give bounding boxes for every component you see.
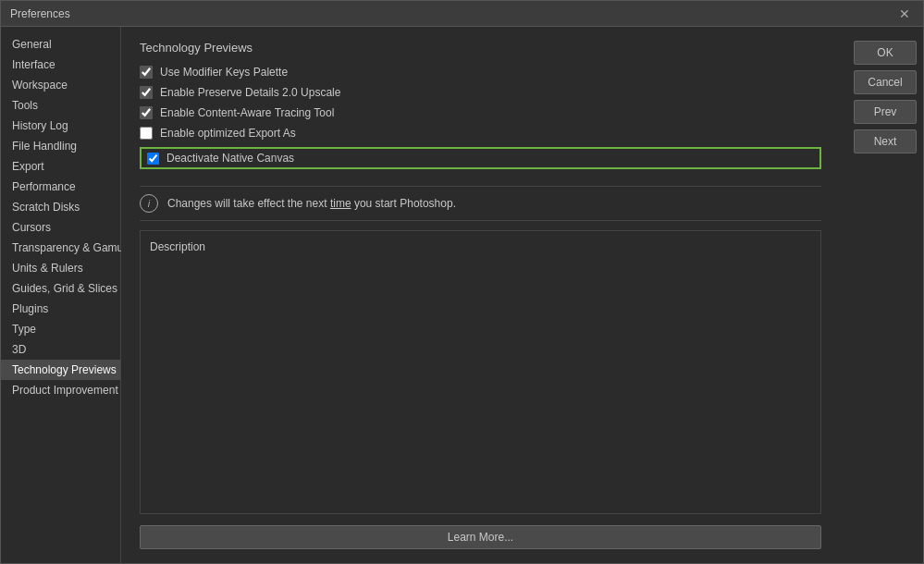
checkbox-content-aware[interactable] [140,106,153,119]
sidebar-item-general[interactable]: General [1,34,120,55]
sidebar-item-scratch-disks[interactable]: Scratch Disks [1,197,120,217]
sidebar-item-interface[interactable]: Interface [1,55,120,75]
next-button[interactable]: Next [854,129,917,153]
sidebar-item-product-improvement[interactable]: Product Improvement [1,380,120,400]
sidebar-item-performance[interactable]: Performance [1,177,120,197]
info-bar: i Changes will take effect the next time… [140,186,821,221]
sidebar-item-guides-grid-slices[interactable]: Guides, Grid & Slices [1,278,120,299]
info-icon: i [140,194,158,213]
checkbox-row-3: Enable Content-Aware Tracing Tool [140,106,821,119]
sidebar-item-type[interactable]: Type [1,319,120,339]
sidebar-item-units-rulers[interactable]: Units & Rulers [1,258,120,278]
sidebar-item-history-log[interactable]: History Log [1,116,120,136]
sidebar-item-cursors[interactable]: Cursors [1,217,120,238]
close-button[interactable]: ✕ [895,6,914,21]
sidebar-item-export[interactable]: Export [1,156,120,177]
sidebar-item-tools[interactable]: Tools [1,95,120,116]
sidebar-item-plugins[interactable]: Plugins [1,299,120,319]
sidebar: General Interface Workspace Tools Histor… [1,27,121,563]
checkbox-row-5-highlighted: Deactivate Native Canvas [140,147,821,169]
sidebar-item-3d[interactable]: 3D [1,339,120,360]
content-area: General Interface Workspace Tools Histor… [1,27,923,563]
description-section: Description [140,230,821,514]
title-bar: Preferences ✕ [1,1,923,27]
description-title: Description [150,240,811,253]
checkbox-optimized-export[interactable] [140,127,153,140]
sidebar-item-transparency-gamut[interactable]: Transparency & Gamut [1,238,120,258]
main-content: Technology Previews Use Modifier Keys Pa… [121,27,840,563]
prev-button[interactable]: Prev [854,100,917,124]
sidebar-item-technology-previews[interactable]: Technology Previews [1,360,120,380]
checkbox-preserve-details[interactable] [140,86,153,99]
info-message: Changes will take effect the next time y… [167,197,456,210]
info-underline: time [330,197,351,210]
checkbox-label-5: Deactivate Native Canvas [166,152,294,165]
ok-button[interactable]: OK [854,41,917,65]
checkbox-deactivate-native-canvas[interactable] [147,153,159,165]
sidebar-item-file-handling[interactable]: File Handling [1,136,120,156]
checkbox-label-1: Use Modifier Keys Palette [160,66,288,79]
checkbox-row-2: Enable Preserve Details 2.0 Upscale [140,86,821,99]
checkbox-label-4: Enable optimized Export As [160,127,296,140]
sidebar-item-workspace[interactable]: Workspace [1,75,120,95]
checkbox-label-3: Enable Content-Aware Tracing Tool [160,106,334,119]
learn-more-button[interactable]: Learn More... [140,525,821,549]
checkbox-row-1: Use Modifier Keys Palette [140,66,821,79]
cancel-button[interactable]: Cancel [854,70,917,94]
right-buttons-panel: OK Cancel Prev Next [840,27,923,563]
section-title: Technology Previews [140,41,821,55]
window-title: Preferences [10,7,70,20]
checkbox-label-2: Enable Preserve Details 2.0 Upscale [160,86,340,99]
checkbox-row-4: Enable optimized Export As [140,127,821,140]
preferences-window: Preferences ✕ General Interface Workspac… [0,0,924,564]
checkbox-modifier-keys[interactable] [140,66,153,79]
